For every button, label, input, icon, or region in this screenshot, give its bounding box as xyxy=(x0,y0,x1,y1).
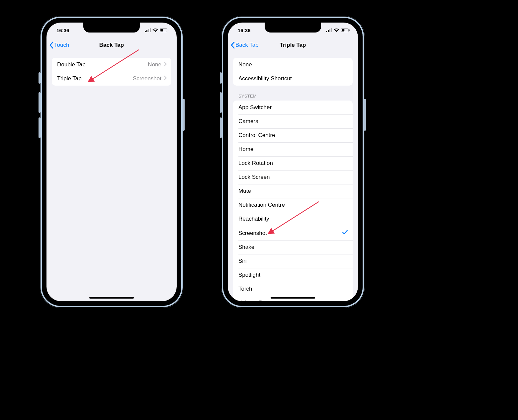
side-button xyxy=(220,72,222,84)
svg-rect-8 xyxy=(326,31,327,32)
notch xyxy=(83,23,140,33)
row-label: App Switcher xyxy=(238,104,272,111)
row-label: Double Tap xyxy=(57,61,86,68)
svg-rect-6 xyxy=(168,30,168,31)
option-row-lock-rotation[interactable]: Lock Rotation xyxy=(233,156,353,170)
svg-rect-3 xyxy=(150,28,151,32)
section-header-system: SYSTEM xyxy=(228,86,358,101)
status-time: 16:36 xyxy=(56,28,69,33)
chevron-left-icon xyxy=(230,41,235,49)
svg-rect-10 xyxy=(329,29,330,32)
row-label: None xyxy=(238,61,252,68)
row-label: Torch xyxy=(238,286,252,292)
chevron-left-icon xyxy=(49,41,53,49)
row-label: Screenshot xyxy=(238,230,267,237)
svg-rect-13 xyxy=(342,29,344,32)
nav-bar: Back Tap Triple Tap xyxy=(228,38,358,52)
option-row-camera[interactable]: Camera xyxy=(233,114,353,128)
row-label: Shake xyxy=(238,244,254,250)
option-row-reachability[interactable]: Reachability xyxy=(233,212,353,226)
screen-triple-tap: 16:36 xyxy=(228,23,358,301)
back-label: Touch xyxy=(54,42,69,48)
wifi-icon xyxy=(152,28,158,32)
option-row-control-centre[interactable]: Control Centre xyxy=(233,128,353,142)
svg-rect-0 xyxy=(145,31,146,32)
power-button xyxy=(364,99,366,131)
row-label: Spotlight xyxy=(238,272,260,278)
triple-tap-system-group: App SwitcherCameraControl CentreHomeLock… xyxy=(233,101,353,301)
nav-row-double-tap[interactable]: Double TapNone xyxy=(52,58,171,72)
power-button xyxy=(183,99,185,131)
home-indicator[interactable] xyxy=(89,297,134,299)
checkmark-icon xyxy=(342,230,348,237)
nav-bar: Touch Back Tap xyxy=(46,38,177,52)
option-row-app-switcher[interactable]: App Switcher xyxy=(233,101,353,114)
home-indicator[interactable] xyxy=(271,297,315,299)
option-row-notification-centre[interactable]: Notification Centre xyxy=(233,198,353,212)
svg-rect-2 xyxy=(148,29,149,32)
back-button[interactable]: Touch xyxy=(49,38,69,52)
row-value: None xyxy=(148,61,161,68)
row-label: Volume Down xyxy=(238,300,273,301)
svg-rect-1 xyxy=(146,30,147,32)
row-label: Control Centre xyxy=(238,132,275,139)
chevron-right-icon xyxy=(164,61,167,68)
row-label: Siri xyxy=(238,258,247,264)
volume-up-button xyxy=(39,92,41,113)
option-row-lock-screen[interactable]: Lock Screen xyxy=(233,170,353,184)
svg-rect-11 xyxy=(331,28,332,32)
cellular-icon xyxy=(145,28,151,32)
page-title: Triple Tap xyxy=(280,42,306,48)
back-tap-options-group: Double TapNoneTriple TapScreenshot xyxy=(52,58,171,86)
option-row-spotlight[interactable]: Spotlight xyxy=(233,268,353,282)
volume-down-button xyxy=(220,117,222,138)
option-row-torch[interactable]: Torch xyxy=(233,282,353,296)
phone-left: 16:36 xyxy=(40,16,183,308)
row-label: Lock Rotation xyxy=(238,160,273,167)
screen-back-tap: 16:36 xyxy=(46,23,177,301)
page-title: Back Tap xyxy=(99,42,124,48)
row-label: Triple Tap xyxy=(57,75,82,82)
back-label: Back Tap xyxy=(235,42,259,48)
volume-up-button xyxy=(220,92,222,113)
svg-rect-14 xyxy=(349,30,350,31)
side-button xyxy=(39,72,41,84)
row-label: Camera xyxy=(238,118,258,125)
option-row-siri[interactable]: Siri xyxy=(233,254,353,268)
chevron-right-icon xyxy=(164,75,167,82)
notch xyxy=(265,23,321,33)
row-label: Notification Centre xyxy=(238,202,285,208)
option-row-screenshot[interactable]: Screenshot xyxy=(233,226,353,240)
row-label: Reachability xyxy=(238,216,269,222)
row-label: Home xyxy=(238,146,253,153)
cellular-icon xyxy=(326,28,332,32)
row-value: Screenshot xyxy=(133,75,161,82)
svg-rect-5 xyxy=(160,29,163,32)
row-label: Lock Screen xyxy=(238,174,270,180)
option-row-mute[interactable]: Mute xyxy=(233,184,353,198)
svg-rect-9 xyxy=(328,30,329,32)
option-row-accessibility-shortcut[interactable]: Accessibility Shortcut xyxy=(233,72,353,86)
battery-icon xyxy=(160,28,169,32)
volume-down-button xyxy=(39,117,41,138)
option-row-home[interactable]: Home xyxy=(233,142,353,156)
status-time: 16:36 xyxy=(238,28,250,33)
nav-row-triple-tap[interactable]: Triple TapScreenshot xyxy=(52,72,171,86)
row-label: Accessibility Shortcut xyxy=(238,75,292,82)
wifi-icon xyxy=(334,28,339,32)
option-row-shake[interactable]: Shake xyxy=(233,240,353,254)
triple-tap-top-group: NoneAccessibility Shortcut xyxy=(233,58,353,86)
battery-icon xyxy=(341,28,350,32)
back-button[interactable]: Back Tap xyxy=(230,38,259,52)
phone-right: 16:36 xyxy=(221,16,365,308)
row-label: Mute xyxy=(238,188,251,194)
option-row-none[interactable]: None xyxy=(233,58,353,72)
